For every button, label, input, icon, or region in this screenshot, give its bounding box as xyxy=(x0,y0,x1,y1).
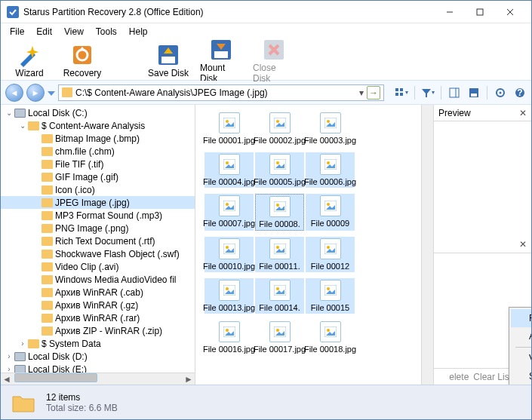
file-item[interactable]: File 00008. xyxy=(255,194,304,231)
svg-point-85 xyxy=(327,329,330,332)
tree-item[interactable]: Shockwave Flash Object (.swf) xyxy=(1,247,195,260)
nav-history-icon[interactable] xyxy=(48,84,55,101)
file-item[interactable]: File 00012 xyxy=(306,237,355,272)
nav-back-button[interactable]: ◄ xyxy=(5,84,23,102)
minimize-button[interactable] xyxy=(435,2,465,23)
file-item[interactable]: File 00015 xyxy=(306,278,355,314)
tree-item[interactable]: PNG Image (.png) xyxy=(1,222,195,235)
tree-system-data[interactable]: $ System Data xyxy=(42,339,101,349)
wizard-button[interactable]: Wizard xyxy=(8,43,51,78)
file-item[interactable]: File 00016.jpg xyxy=(204,320,254,355)
tree-item[interactable]: Архив WinRAR (.cab) xyxy=(1,286,195,299)
file-grid[interactable]: File 00001.jpgFile 00002.jpgFile 00003.j… xyxy=(195,105,421,385)
tree-item[interactable]: chm.file (.chm) xyxy=(1,145,195,158)
file-item[interactable]: File 00002.jpg xyxy=(255,111,304,146)
save-disk-button[interactable]: Save Disk xyxy=(147,43,189,78)
file-name: File 00008. xyxy=(259,219,300,228)
wizard-label: Wizard xyxy=(15,68,43,78)
tree-item[interactable]: Rich Text Document (.rtf) xyxy=(1,235,195,247)
file-item[interactable]: File 00010.jpg xyxy=(204,237,254,272)
tree-local-c[interactable]: Local Disk (C:) xyxy=(28,108,88,118)
svg-rect-25 xyxy=(450,88,459,97)
expand-icon[interactable]: › xyxy=(4,352,14,360)
file-item[interactable]: File 00003.jpg xyxy=(306,111,355,146)
folder-tree[interactable]: ⌄Local Disk (C:) ⌄$ Content-Aware Analys… xyxy=(1,105,195,385)
close-button[interactable] xyxy=(495,2,525,23)
tree-item[interactable]: Icon (.ico) xyxy=(1,183,195,196)
preview-close-icon[interactable]: ✕ xyxy=(519,108,527,118)
file-name: File 00016.jpg xyxy=(203,345,255,354)
filter-button[interactable]: ▾ xyxy=(421,86,435,100)
view-mode-button[interactable]: ▾ xyxy=(395,86,408,100)
tree-local-d[interactable]: Local Disk (D:) xyxy=(28,351,88,362)
tree-item[interactable]: Bitmap Image (.bmp) xyxy=(1,132,195,145)
file-item[interactable]: File 00005.jpg xyxy=(255,152,304,188)
nav-forward-button[interactable]: ► xyxy=(26,84,45,102)
file-item[interactable]: File 00011. xyxy=(255,237,304,272)
file-item[interactable]: File 00004.jpg xyxy=(204,152,254,188)
ctx-view[interactable]: View▶ xyxy=(511,349,531,367)
image-icon xyxy=(320,280,341,301)
ctx-sort-by[interactable]: Sort By▶ xyxy=(511,367,531,385)
save-floppy-button[interactable] xyxy=(467,86,481,100)
tree-item[interactable]: Архив WinRAR (.gz) xyxy=(1,299,195,311)
file-item[interactable]: File 00014. xyxy=(255,278,304,314)
menu-edit[interactable]: Edit xyxy=(30,25,58,38)
tree-item[interactable]: File TIF (.tif) xyxy=(1,158,195,170)
mount-disk-button[interactable]: Mount Disk xyxy=(200,38,242,84)
svg-rect-20 xyxy=(395,88,398,91)
file-item[interactable]: File 00013.jpg xyxy=(204,278,254,314)
file-item[interactable]: File 00018.jpg xyxy=(306,320,355,355)
file-item[interactable]: File 00007.jpg xyxy=(204,194,254,231)
ctx-recovery[interactable]: RecoveryCtrl+R xyxy=(511,309,531,327)
expand-icon[interactable]: ⌄ xyxy=(4,109,14,117)
folder-icon xyxy=(28,121,39,130)
folder-icon xyxy=(11,392,35,413)
image-icon xyxy=(219,154,240,175)
file-v-scrollbar[interactable] xyxy=(421,105,433,385)
menu-help[interactable]: Help xyxy=(123,25,154,38)
wizard-icon xyxy=(17,43,42,67)
file-view: File 00001.jpgFile 00002.jpgFile 00003.j… xyxy=(195,105,531,385)
preview-panel-button[interactable] xyxy=(447,86,461,100)
address-go-button[interactable]: → xyxy=(367,86,380,100)
file-name: File 00018.jpg xyxy=(304,345,356,354)
tree-item-label: GIF Image (.gif) xyxy=(55,172,118,182)
options-gear-button[interactable] xyxy=(494,86,507,100)
recovery-button[interactable]: Recovery xyxy=(61,43,103,78)
tree-item[interactable]: Video Clip (.avi) xyxy=(1,260,195,273)
address-bar[interactable]: C:\$ Content-Aware Analysis\JPEG Image (… xyxy=(58,84,384,101)
menu-view[interactable]: View xyxy=(58,25,90,38)
tree-h-scrollbar[interactable]: ◄► xyxy=(1,372,195,385)
help-button[interactable]: ? xyxy=(513,86,527,100)
folder-icon xyxy=(42,275,53,284)
tree-item[interactable]: GIF Image (.gif) xyxy=(1,170,195,183)
file-item[interactable]: File 00017.jpg xyxy=(255,320,304,355)
menu-file[interactable]: File xyxy=(4,25,30,38)
tree-item[interactable]: Windows Media AudioVideo fil xyxy=(1,273,195,286)
folder-icon xyxy=(42,134,53,143)
tree-item[interactable]: MP3 Format Sound (.mp3) xyxy=(1,209,195,222)
file-name: File 00014. xyxy=(259,303,300,312)
address-dropdown-icon[interactable]: ▾ xyxy=(358,87,365,98)
svg-rect-22 xyxy=(395,93,398,96)
ctx-add-for-recovery[interactable]: Add For Recovery xyxy=(511,327,531,345)
svg-point-58 xyxy=(327,203,330,206)
tree-item[interactable]: Архив WinRAR (.rar) xyxy=(1,311,195,324)
tree-content-aware[interactable]: $ Content-Aware Analysis xyxy=(42,121,145,131)
close-disk-button: Close Disk xyxy=(253,38,295,84)
tree-item-label: chm.file (.chm) xyxy=(55,146,115,157)
main-area: ⌄Local Disk (C:) ⌄$ Content-Aware Analys… xyxy=(1,105,531,385)
recovery-list-close-icon[interactable]: ✕ xyxy=(519,239,527,250)
file-item[interactable]: File 00001.jpg xyxy=(204,111,254,146)
tree-item[interactable]: Архив ZIP - WinRAR (.zip) xyxy=(1,324,195,337)
tree-item[interactable]: JPEG Image (.jpg) xyxy=(1,196,195,209)
folder-icon xyxy=(42,160,53,169)
maximize-button[interactable] xyxy=(465,2,495,23)
expand-icon[interactable]: ⌄ xyxy=(17,121,28,130)
file-item[interactable]: File 00006.jpg xyxy=(306,152,355,188)
svg-point-34 xyxy=(226,120,229,123)
file-item[interactable]: File 00009 xyxy=(306,194,355,231)
expand-icon[interactable]: › xyxy=(17,339,28,348)
menu-tools[interactable]: Tools xyxy=(90,25,123,38)
